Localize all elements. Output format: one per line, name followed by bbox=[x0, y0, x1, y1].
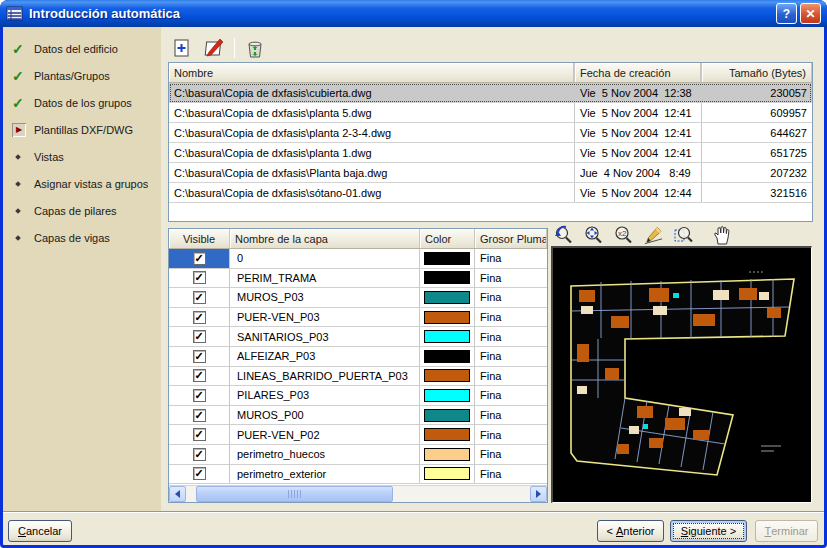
visible-checkbox[interactable]: ✓ bbox=[193, 252, 206, 265]
floorplan-drawing bbox=[553, 248, 811, 502]
file-date-cell: Vie 5 Nov 2004 12:41 bbox=[574, 123, 701, 142]
color-swatch[interactable] bbox=[424, 350, 470, 363]
templates-toolbar bbox=[170, 36, 267, 60]
layer-visible-cell: ✓ bbox=[169, 367, 230, 386]
scrollbar-track[interactable] bbox=[186, 486, 530, 502]
sidebar-item-datos-de-los-grupos[interactable]: ✓Datos de los grupos bbox=[3, 89, 161, 116]
file-row[interactable]: C:\basura\Copia de dxfasis\planta 5.dwgV… bbox=[169, 103, 812, 123]
scrollbar-thumb[interactable] bbox=[196, 486, 393, 502]
layer-thickness-cell: Fina bbox=[475, 269, 547, 288]
layer-color-cell bbox=[420, 425, 475, 444]
cancel-button[interactable]: Cancelar bbox=[8, 520, 72, 542]
sidebar-item-plantillas-dxf-dwg[interactable]: ▶Plantillas DXF/DWG bbox=[3, 116, 161, 143]
layer-row[interactable]: ✓PERIM_TRAMAFina bbox=[169, 269, 547, 289]
file-date-cell: Vie 5 Nov 2004 12:41 bbox=[574, 103, 701, 122]
layer-row[interactable]: ✓SANITARIOS_P03Fina bbox=[169, 327, 547, 347]
file-row[interactable]: C:\basura\Copia de dxfasis\cubierta.dwgV… bbox=[169, 83, 812, 103]
title-bar[interactable]: Introducción automática ? ✕ bbox=[0, 0, 827, 27]
file-date-cell: Vie 5 Nov 2004 12:41 bbox=[574, 143, 701, 162]
layer-row[interactable]: ✓PUER-VEN_P03Fina bbox=[169, 308, 547, 328]
column-header[interactable]: Nombre de la capa bbox=[230, 229, 420, 248]
visible-checkbox[interactable]: ✓ bbox=[193, 350, 206, 363]
left-arrow-icon bbox=[175, 490, 180, 498]
visible-checkbox[interactable]: ✓ bbox=[193, 271, 206, 284]
sidebar-item-label: Datos del edificio bbox=[34, 43, 118, 55]
column-header[interactable]: Visible bbox=[169, 229, 230, 248]
color-swatch[interactable] bbox=[424, 389, 470, 402]
sidebar-item-capas-de-vigas[interactable]: Capas de vigas bbox=[3, 224, 161, 251]
visible-checkbox[interactable]: ✓ bbox=[193, 291, 206, 304]
layer-thickness-cell: Fina bbox=[475, 425, 547, 444]
layer-row[interactable]: ✓PUER-VEN_P02Fina bbox=[169, 425, 547, 445]
sidebar-item-vistas[interactable]: Vistas bbox=[3, 143, 161, 170]
column-header[interactable]: Tamaño (Bytes) bbox=[701, 63, 812, 82]
layer-row[interactable]: ✓perimetro_huecosFina bbox=[169, 445, 547, 465]
edit-template-button[interactable] bbox=[202, 36, 226, 60]
color-swatch[interactable] bbox=[424, 448, 470, 461]
color-swatch[interactable] bbox=[424, 291, 470, 304]
recycle-bin-icon bbox=[245, 38, 265, 59]
layer-visible-cell: ✓ bbox=[169, 445, 230, 464]
column-header[interactable]: Grosor Pluma bbox=[475, 229, 547, 248]
add-template-button[interactable] bbox=[170, 36, 194, 60]
bullet-icon bbox=[12, 236, 34, 240]
back-button[interactable]: < Anterior bbox=[597, 520, 664, 542]
zoom-x2-button[interactable]: x2 bbox=[613, 225, 634, 246]
next-button[interactable]: Siguiente > bbox=[670, 520, 747, 542]
sidebar-item-capas-de-pilares[interactable]: Capas de pilares bbox=[3, 197, 161, 224]
delete-template-button[interactable] bbox=[243, 36, 267, 60]
sidebar-item-datos-del-edificio[interactable]: ✓Datos del edificio bbox=[3, 35, 161, 62]
layer-row[interactable]: ✓perimetro_exteriorFina bbox=[169, 465, 547, 485]
file-row[interactable]: C:\basura\Copia de dxfasis\planta 1.dwgV… bbox=[169, 143, 812, 163]
zoom-previous-button[interactable] bbox=[553, 225, 574, 246]
visible-checkbox[interactable]: ✓ bbox=[193, 389, 206, 402]
color-swatch[interactable] bbox=[424, 369, 470, 382]
close-button[interactable]: ✕ bbox=[800, 3, 821, 24]
column-header[interactable]: Color bbox=[420, 229, 475, 248]
sidebar-item-plantas-grupos[interactable]: ✓Plantas/Grupos bbox=[3, 62, 161, 89]
check-icon: ✓ bbox=[12, 95, 34, 111]
cad-preview-canvas[interactable] bbox=[551, 246, 812, 503]
column-header[interactable]: Fecha de creación bbox=[574, 63, 701, 82]
color-swatch[interactable] bbox=[424, 409, 470, 422]
visible-checkbox[interactable]: ✓ bbox=[193, 311, 206, 324]
layer-thickness-cell: Fina bbox=[475, 406, 547, 425]
visible-checkbox[interactable]: ✓ bbox=[193, 448, 206, 461]
layer-row[interactable]: ✓ALFEIZAR_P03Fina bbox=[169, 347, 547, 367]
file-row[interactable]: C:\basura\Copia de dxfasis\sótano-01.dwg… bbox=[169, 183, 812, 203]
column-header[interactable]: Nombre bbox=[169, 63, 574, 82]
help-button[interactable]: ? bbox=[776, 3, 797, 24]
scroll-right-button[interactable] bbox=[530, 486, 547, 502]
visible-checkbox[interactable]: ✓ bbox=[193, 330, 206, 343]
visible-checkbox[interactable]: ✓ bbox=[193, 428, 206, 441]
layer-color-cell bbox=[420, 347, 475, 366]
color-swatch[interactable] bbox=[424, 330, 470, 343]
layer-row[interactable]: ✓MUROS_P03Fina bbox=[169, 288, 547, 308]
layer-name-cell: MUROS_P03 bbox=[230, 288, 420, 307]
layer-row[interactable]: ✓LINEAS_BARRIDO_PUERTA_P03Fina bbox=[169, 367, 547, 387]
sidebar-item-asignar-vistas-a-grupos[interactable]: Asignar vistas a grupos bbox=[3, 170, 161, 197]
scroll-left-button[interactable] bbox=[169, 486, 186, 502]
zoom-window-button[interactable] bbox=[673, 225, 694, 246]
pan-button[interactable] bbox=[711, 225, 732, 246]
layer-row[interactable]: ✓PILARES_P03Fina bbox=[169, 386, 547, 406]
layers-horizontal-scrollbar[interactable] bbox=[169, 485, 547, 502]
color-swatch[interactable] bbox=[424, 467, 470, 480]
layer-row[interactable]: ✓0Fina bbox=[169, 249, 547, 269]
visible-checkbox[interactable]: ✓ bbox=[193, 369, 206, 382]
layers-table-body: ✓0Fina✓PERIM_TRAMAFina✓MUROS_P03Fina✓PUE… bbox=[169, 249, 547, 485]
color-swatch[interactable] bbox=[424, 428, 470, 441]
color-swatch[interactable] bbox=[424, 252, 470, 265]
visible-checkbox[interactable]: ✓ bbox=[193, 409, 206, 422]
visible-checkbox[interactable]: ✓ bbox=[193, 467, 206, 480]
zoom-extents-button[interactable] bbox=[583, 225, 604, 246]
file-table-header: NombreFecha de creaciónTamaño (Bytes) bbox=[169, 63, 812, 83]
measure-button[interactable] bbox=[643, 225, 664, 246]
file-row[interactable]: C:\basura\Copia de dxfasis\Planta baja.d… bbox=[169, 163, 812, 183]
layer-row[interactable]: ✓MUROS_P00Fina bbox=[169, 406, 547, 426]
layer-thickness-cell: Fina bbox=[475, 347, 547, 366]
color-swatch[interactable] bbox=[424, 311, 470, 324]
color-swatch[interactable] bbox=[424, 271, 470, 284]
zoom-x2-icon: x2 bbox=[613, 225, 634, 246]
file-row[interactable]: C:\basura\Copia de dxfasis\planta 2-3-4.… bbox=[169, 123, 812, 143]
